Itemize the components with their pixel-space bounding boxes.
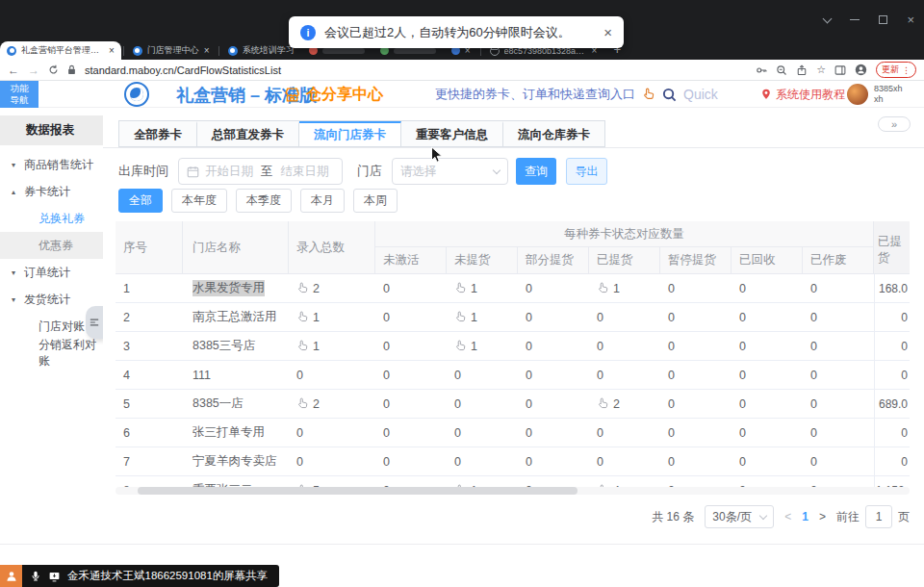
- url-text[interactable]: standard.maboy.cn/CardFlowStatisticsList: [85, 64, 281, 76]
- cell-total-entered: 0: [289, 361, 375, 389]
- sidebar-item-discount-coupon[interactable]: 优惠券: [0, 232, 103, 259]
- cell-status-count: 0: [660, 332, 732, 360]
- scrollbar-thumb[interactable]: [138, 487, 578, 495]
- cell-status-count: 0: [803, 390, 874, 418]
- cell-total-entered[interactable]: 2: [289, 390, 375, 418]
- page-size-select[interactable]: 30条/页: [705, 505, 774, 528]
- header-store-name: 门店名称: [183, 221, 289, 273]
- sidebar-item-label: 兑换礼券: [38, 211, 85, 227]
- user-name: 8385xh xh: [874, 84, 903, 106]
- search-button[interactable]: 查询: [516, 158, 556, 185]
- tab-key-customers[interactable]: 重要客户信息: [401, 121, 503, 146]
- caret-up-icon: ▴: [12, 188, 15, 196]
- pointing-finger-icon: [296, 282, 309, 294]
- zoom-icon[interactable]: [776, 64, 787, 76]
- sidebar-item-product-sales[interactable]: ▾ 商品销售统计: [0, 151, 103, 178]
- cell-status-count[interactable]: 2: [589, 390, 660, 418]
- close-icon[interactable]: ×: [907, 15, 914, 24]
- current-page[interactable]: 1: [802, 510, 808, 523]
- side-panel-icon[interactable]: [834, 64, 846, 76]
- quick-search-entry[interactable]: 更快捷的券卡、订单和快递查询入口 Quick: [435, 81, 718, 108]
- cell-total-entered[interactable]: 1: [289, 303, 375, 331]
- cell-total-entered[interactable]: 1: [289, 332, 375, 360]
- profile-avatar-icon[interactable]: [855, 64, 867, 76]
- sidebar-collapse-handle[interactable]: [86, 306, 103, 339]
- window-controls: ×: [824, 15, 914, 24]
- function-nav-button[interactable]: 功能导航: [0, 81, 38, 108]
- maximize-icon[interactable]: [879, 15, 887, 24]
- quick-filter-quarter[interactable]: 本季度: [236, 189, 292, 213]
- card-flow-tabs: 全部券卡 总部直发券卡 流向门店券卡 重要客户信息 流向仓库券卡: [118, 120, 605, 147]
- cell-status-count: 0: [447, 390, 518, 418]
- cell-status-count: 0: [375, 390, 447, 418]
- sidebar-item-gift-coupon[interactable]: 兑换礼券: [0, 205, 103, 232]
- browser-tab[interactable]: 门店管理中心 ×: [126, 41, 217, 60]
- pointing-finger-icon: [597, 282, 609, 294]
- calendar-icon: [187, 166, 199, 178]
- tab-close-icon[interactable]: ×: [109, 45, 115, 56]
- toast-close-icon[interactable]: ×: [603, 24, 612, 40]
- tab-all-cards[interactable]: 全部券卡: [119, 121, 197, 146]
- cell-status-count[interactable]: 1: [447, 303, 518, 331]
- pointing-finger-icon: [597, 397, 609, 410]
- taskbar-app-icon[interactable]: [0, 565, 22, 587]
- user-id: 8385xh: [874, 84, 903, 93]
- store-select[interactable]: 请选择: [392, 158, 508, 185]
- meeting-toast: i 会议已超过2人，自动转为60分钟限时会议。 ×: [289, 16, 624, 48]
- bookmark-star-icon[interactable]: ☆: [816, 64, 826, 76]
- end-date-placeholder: 结束日期: [281, 164, 329, 180]
- browser-toolbar: ← → standard.maboy.cn/CardFlowStatistics…: [0, 60, 924, 81]
- forward-icon[interactable]: →: [28, 64, 39, 76]
- caret-down-icon: ▾: [12, 161, 15, 169]
- export-button[interactable]: 导出: [566, 158, 607, 185]
- cell-store-name: 宁夏羊肉专卖店: [183, 447, 289, 475]
- reload-icon[interactable]: [48, 64, 59, 75]
- panel-collapse-button[interactable]: »: [878, 116, 911, 132]
- site-favicon: [7, 46, 16, 56]
- tab-store-flow-cards[interactable]: 流向门店券卡: [299, 121, 401, 146]
- horizontal-scrollbar[interactable]: [116, 487, 910, 495]
- share-center-link[interactable]: 仓分享中心: [284, 81, 383, 108]
- minimize-icon[interactable]: [850, 19, 860, 21]
- browser-tab[interactable]: 礼盒营销平台管理中心 ×: [0, 41, 121, 60]
- cell-status-count: 0: [803, 361, 874, 389]
- quick-filter-week[interactable]: 本周: [353, 189, 398, 213]
- header-partial-picked: 部分提货: [518, 247, 589, 273]
- cell-status-count: 0: [732, 303, 803, 331]
- tab-hq-direct-cards[interactable]: 总部直发券卡: [197, 121, 299, 146]
- cell-total-entered[interactable]: 2: [289, 274, 375, 302]
- prev-page-icon[interactable]: <: [784, 510, 791, 523]
- cell-status-count[interactable]: 1: [447, 332, 518, 360]
- lock-icon: [67, 64, 76, 75]
- cell-store-name: 8385三号店: [183, 332, 289, 360]
- tab-close-icon[interactable]: ×: [204, 45, 210, 56]
- sidebar-item-card-stats[interactable]: ▴ 券卡统计: [0, 178, 103, 205]
- goto-page-input[interactable]: 1: [865, 505, 892, 528]
- next-page-icon[interactable]: >: [819, 510, 826, 523]
- table-row: 4111000000000: [116, 361, 910, 390]
- date-range-input[interactable]: 开始日期 至 结束日期: [178, 158, 343, 185]
- tab-search-icon[interactable]: [823, 13, 833, 23]
- quick-filter-month[interactable]: 本月: [300, 189, 345, 213]
- quick-filter-year[interactable]: 本年度: [171, 189, 227, 213]
- cell-status-count[interactable]: 1: [447, 274, 518, 302]
- cell-index: 5: [116, 390, 183, 418]
- back-icon[interactable]: ←: [8, 64, 19, 76]
- table-header: 序号 门店名称 录入总数 每种券卡状态对应数量 未激活 未提货 部分提货 已提货…: [116, 221, 910, 274]
- table-row: 7宁夏羊肉专卖店000000000: [116, 447, 910, 476]
- cell-picked-amount: 0: [874, 361, 910, 389]
- chrome-update-button[interactable]: 更新⋮: [876, 62, 916, 78]
- share-icon[interactable]: [796, 64, 808, 76]
- quick-filter-all[interactable]: 全部: [118, 189, 163, 213]
- sidebar-item-order-stats[interactable]: ▾ 订单统计: [0, 259, 103, 286]
- header-voided: 已作废: [803, 247, 874, 273]
- tab-warehouse-flow-cards[interactable]: 流向仓库券卡: [503, 121, 604, 146]
- user-account[interactable]: 8385xh xh: [847, 81, 903, 108]
- sidebar-item-rebate-reconciliation[interactable]: 分销返利对账: [0, 340, 103, 367]
- pagination: 共 16 条 30条/页 < 1 > 前往 1 页: [652, 504, 910, 529]
- sidebar: 数据报表 ▾ 商品销售统计 ▴ 券卡统计 兑换礼券 优惠券 ▾ 订单统计 ▾: [0, 108, 103, 544]
- cell-status-count: 0: [518, 332, 589, 360]
- tutorial-link[interactable]: 系统使用教程: [760, 81, 845, 108]
- cell-status-count[interactable]: 1: [589, 274, 660, 302]
- password-key-icon[interactable]: [756, 64, 767, 76]
